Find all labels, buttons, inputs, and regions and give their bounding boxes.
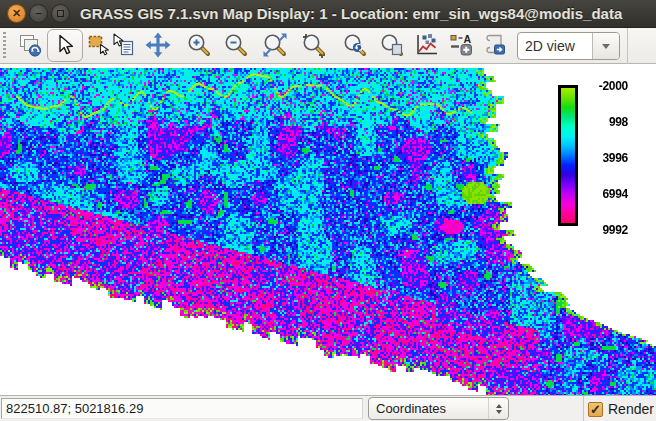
view-mode-select[interactable]: 2D view: [517, 32, 620, 60]
grass-map-display-window: ✕ – GRASS GIS 7.1.svn Map Display: 1 - L…: [0, 0, 656, 421]
analyze-button[interactable]: [414, 31, 440, 59]
window-title: GRASS GIS 7.1.svn Map Display: 1 - Locat…: [80, 0, 622, 28]
zoom-region-button[interactable]: [301, 31, 327, 59]
render-toggle[interactable]: ✓ Render: [588, 396, 654, 421]
analyze-chart-icon: [414, 32, 440, 58]
legend-color-bar: [558, 85, 578, 226]
pointer-button[interactable]: [52, 31, 78, 59]
legend-tick: 998: [586, 116, 628, 128]
checkbox-checked-icon[interactable]: ✓: [588, 402, 603, 417]
select-button[interactable]: [86, 31, 112, 59]
query-icon: [110, 32, 136, 58]
save-display-button[interactable]: [482, 31, 508, 59]
view-mode-value: 2D view: [518, 38, 592, 54]
close-button[interactable]: ✕: [7, 4, 26, 23]
toolbar-grip[interactable]: [3, 32, 6, 60]
chevron-down-icon: [496, 410, 502, 414]
zoom-back-button[interactable]: [342, 31, 368, 59]
toolbar-separator: [627, 28, 628, 64]
svg-text:A: A: [464, 33, 472, 45]
chevron-up-icon: [496, 404, 502, 408]
zoom-options-icon: [379, 32, 405, 58]
pan-button[interactable]: [145, 31, 171, 59]
zoom-extent-button[interactable]: [262, 31, 288, 59]
save-display-icon: [482, 32, 508, 58]
display-map-button[interactable]: [17, 31, 43, 59]
add-legend-icon: A: [448, 32, 474, 58]
pointer-icon: [52, 32, 78, 58]
zoom-options-button[interactable]: [379, 31, 405, 59]
coordinates-display: 822510.87; 5021816.29: [1, 398, 363, 419]
minimize-button[interactable]: –: [29, 4, 48, 23]
toolbar: A 2D view: [0, 28, 656, 64]
statusbar: 822510.87; 5021816.29 Coordinates ✓ Rend…: [0, 395, 656, 421]
zoom-in-button[interactable]: [186, 31, 212, 59]
statusbar-mode-value: Coordinates: [369, 401, 488, 416]
display-map-icon: [17, 32, 43, 58]
chevron-down-icon: [602, 44, 610, 49]
add-overlay-button[interactable]: A: [448, 31, 474, 59]
legend-tick: 9992: [586, 224, 628, 236]
zoom-extent-icon: [262, 32, 288, 58]
legend-tick: 3996: [586, 152, 628, 164]
query-button[interactable]: [110, 31, 136, 59]
view-mode-dropdown-button[interactable]: [592, 33, 619, 59]
zoom-region-icon: [301, 32, 327, 58]
map-legend: -2000 998 3996 6994 9992: [556, 78, 656, 238]
zoom-out-icon: [223, 32, 249, 58]
statusbar-mode-select[interactable]: Coordinates: [368, 397, 509, 420]
render-label: Render: [608, 401, 654, 417]
statusbar-separator: [583, 396, 584, 421]
legend-tick: 6994: [586, 188, 628, 200]
titlebar: ✕ – GRASS GIS 7.1.svn Map Display: 1 - L…: [0, 0, 656, 28]
maximize-button[interactable]: [51, 4, 70, 23]
select-region-icon: [86, 32, 112, 58]
map-display-area: -2000 998 3996 6994 9992: [0, 64, 656, 395]
legend-tick: -2000: [586, 80, 628, 92]
pan-icon: [145, 32, 171, 58]
zoom-out-button[interactable]: [223, 31, 249, 59]
zoom-in-icon: [186, 32, 212, 58]
zoom-back-icon: [342, 32, 368, 58]
spinner-buttons[interactable]: [488, 398, 508, 419]
